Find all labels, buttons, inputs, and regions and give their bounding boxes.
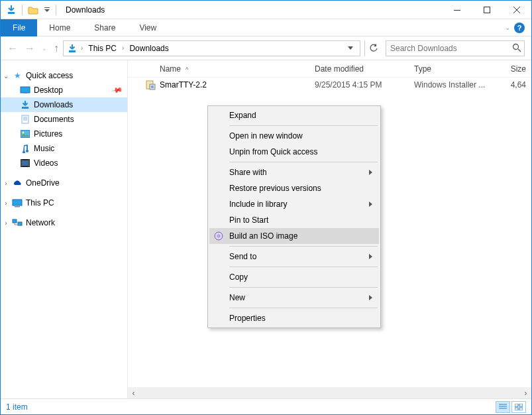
cm-copy[interactable]: Copy (209, 269, 379, 285)
expand-icon[interactable]: ⌄ (1, 72, 11, 80)
tree-quick-access[interactable]: ⌄ ★ Quick access (1, 68, 127, 83)
address-bar[interactable]: › This PC › Downloads (63, 40, 360, 56)
svg-rect-0 (8, 12, 15, 14)
iso-icon (213, 231, 224, 241)
svg-rect-18 (21, 160, 23, 167)
svg-point-15 (23, 132, 25, 134)
title-bar: Downloads (1, 1, 531, 19)
file-row[interactable]: SmarTTY-2.2 9/25/2015 4:15 PM Windows In… (128, 78, 531, 92)
column-type[interactable]: Type (414, 64, 507, 74)
expand-icon[interactable]: › (1, 180, 11, 187)
cm-unpin[interactable]: Unpin from Quick access (209, 144, 379, 160)
ribbon: File Home Share View ⌄ ? (1, 19, 531, 36)
expand-icon[interactable]: › (1, 200, 11, 207)
back-button[interactable]: ← (7, 42, 18, 54)
cm-include-library[interactable]: Include in library (209, 196, 379, 212)
scroll-left-button[interactable]: ‹ (128, 387, 139, 398)
tree-item-videos[interactable]: Videos (1, 156, 127, 170)
ribbon-tab-view[interactable]: View (127, 20, 168, 36)
menu-separator (229, 287, 378, 288)
scroll-right-button[interactable]: › (520, 387, 531, 398)
music-icon (19, 143, 31, 154)
separator (22, 5, 23, 15)
pin-icon: 📌 (111, 84, 124, 97)
maximize-button[interactable] (472, 1, 502, 19)
tree-label: Quick access (26, 71, 73, 80)
downloads-icon (5, 3, 18, 17)
svg-line-6 (518, 49, 521, 52)
expand-icon[interactable]: › (1, 219, 11, 227)
help-icon[interactable]: ? (514, 23, 525, 33)
cm-restore-previous[interactable]: Restore previous versions (209, 180, 379, 196)
search-box[interactable] (386, 40, 525, 56)
menu-separator (229, 308, 378, 308)
svg-rect-1 (44, 7, 50, 8)
ribbon-expand-icon[interactable]: ⌄ (505, 24, 510, 31)
tree-item-downloads[interactable]: Downloads (1, 97, 127, 112)
status-item-count: 1 item (6, 402, 28, 412)
separator (56, 5, 56, 15)
tree-label: OneDrive (26, 178, 60, 188)
documents-icon (19, 114, 31, 125)
content-pane: Name^ Date modified Type Size SmarTTY-2.… (128, 60, 531, 398)
refresh-button[interactable] (364, 40, 382, 56)
svg-point-5 (513, 44, 519, 49)
tree-network[interactable]: › Network (1, 215, 127, 230)
star-icon: ★ (11, 70, 23, 81)
forward-button[interactable]: → (25, 42, 35, 54)
downloads-icon (66, 44, 78, 53)
close-button[interactable] (502, 1, 531, 19)
details-view-button[interactable] (496, 401, 510, 413)
pictures-icon (19, 129, 31, 139)
up-button[interactable]: ↑ (54, 42, 59, 54)
column-headers: Name^ Date modified Type Size (128, 60, 531, 78)
cm-share-with[interactable]: Share with (209, 164, 379, 180)
tree-label: Downloads (34, 100, 73, 109)
svg-rect-36 (515, 408, 518, 410)
column-date[interactable]: Date modified (315, 64, 414, 74)
column-size[interactable]: Size (507, 64, 531, 74)
chevron-right-icon[interactable]: › (121, 44, 125, 52)
cm-build-iso[interactable]: Build an ISO image (209, 228, 379, 244)
svg-rect-34 (515, 404, 518, 406)
svg-point-28 (151, 86, 154, 88)
tree-this-pc[interactable]: › This PC (1, 196, 127, 210)
cm-open-new-window[interactable]: Open in new window (209, 128, 379, 144)
cm-properties[interactable]: Properties (209, 310, 379, 326)
ribbon-file-tab[interactable]: File (1, 19, 37, 36)
menu-separator (229, 267, 378, 267)
tree-item-pictures[interactable]: Pictures (1, 127, 127, 141)
recent-dropdown[interactable]: ⌄ (42, 45, 47, 52)
column-name[interactable]: Name^ (136, 64, 315, 74)
minimize-button[interactable] (442, 1, 472, 19)
svg-rect-2 (454, 10, 460, 11)
cm-new[interactable]: New (209, 290, 379, 306)
chevron-right-icon[interactable]: › (80, 44, 84, 52)
tree-onedrive[interactable]: › OneDrive (1, 176, 127, 190)
cm-expand[interactable]: Expand (209, 107, 379, 123)
breadcrumb-segment[interactable]: This PC (85, 42, 119, 54)
horizontal-scrollbar[interactable]: ‹ › (128, 387, 531, 398)
cm-pin-start[interactable]: Pin to Start (209, 212, 379, 228)
cm-send-to[interactable]: Send to (209, 249, 379, 265)
tree-item-music[interactable]: Music (1, 141, 127, 156)
tree-item-desktop[interactable]: Desktop 📌 (1, 83, 127, 97)
search-input[interactable] (386, 41, 524, 56)
thumbnails-view-button[interactable] (511, 401, 526, 413)
search-icon[interactable] (512, 43, 521, 52)
svg-point-30 (218, 235, 220, 237)
file-size: 4,64 (507, 80, 531, 89)
ribbon-tab-home[interactable]: Home (37, 20, 82, 36)
tree-label: Desktop (34, 86, 63, 95)
videos-icon (19, 158, 31, 168)
svg-rect-35 (519, 404, 523, 406)
qat-dropdown[interactable] (42, 3, 52, 17)
breadcrumb-segment[interactable]: Downloads (127, 42, 171, 54)
status-bar: 1 item (1, 398, 531, 414)
menu-separator (229, 162, 378, 162)
tree-item-documents[interactable]: Documents (1, 112, 127, 127)
scroll-track[interactable] (139, 387, 520, 398)
ribbon-tab-share[interactable]: Share (82, 20, 127, 36)
tree-label: Pictures (34, 129, 62, 139)
address-dropdown[interactable] (344, 46, 357, 50)
